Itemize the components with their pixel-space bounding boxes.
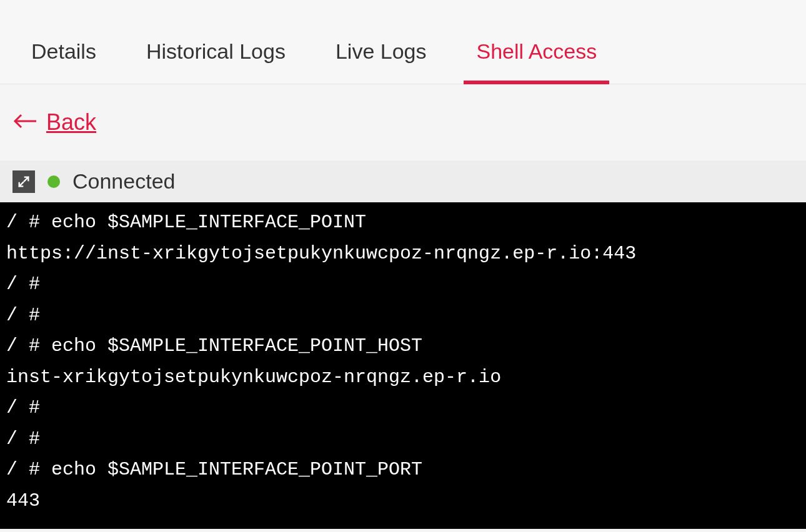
terminal-status-bar: Connected: [0, 160, 806, 202]
terminal-line: inst-xrikgytojsetpukynkuwcpoz-nrqngz.ep-…: [6, 362, 800, 393]
arrow-left-icon: [12, 111, 37, 134]
terminal-line: / # echo $SAMPLE_INTERFACE_POINT_HOST: [6, 331, 800, 362]
terminal-line: / #: [6, 269, 800, 300]
terminal-output[interactable]: / # echo $SAMPLE_INTERFACE_POINThttps://…: [0, 202, 806, 529]
status-indicator-icon: [47, 175, 60, 188]
back-link[interactable]: Back: [46, 109, 96, 135]
expand-icon[interactable]: [12, 170, 35, 193]
tab-shell-access[interactable]: Shell Access: [476, 39, 597, 84]
terminal-line: 443: [6, 486, 800, 517]
terminal-line: / #: [6, 424, 800, 455]
terminal-line: https://inst-xrikgytojsetpukynkuwcpoz-nr…: [6, 239, 800, 270]
tab-details[interactable]: Details: [31, 39, 96, 84]
back-row: Back: [0, 84, 806, 160]
terminal-line: / #: [6, 300, 800, 332]
tab-bar: Details Historical Logs Live Logs Shell …: [0, 0, 806, 84]
connection-status: Connected: [72, 169, 175, 194]
terminal-line: / #: [6, 393, 800, 424]
terminal-line: / # echo $SAMPLE_INTERFACE_POINT_PORT: [6, 455, 800, 486]
tab-historical-logs[interactable]: Historical Logs: [146, 39, 286, 84]
tab-live-logs[interactable]: Live Logs: [336, 39, 427, 84]
terminal-line: / # echo $SAMPLE_INTERFACE_POINT: [6, 207, 800, 239]
